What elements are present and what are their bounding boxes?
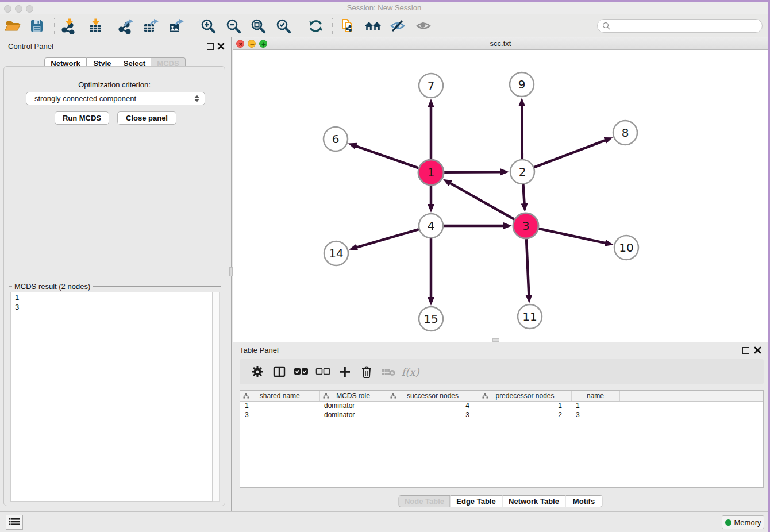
vertical-splitter[interactable]: [229, 37, 233, 511]
node-table[interactable]: shared nameMCDS rolesuccessor nodesprede…: [240, 390, 764, 488]
close-panel-icon[interactable]: [754, 346, 761, 354]
column-header-successor-nodes[interactable]: successor nodes: [387, 391, 479, 401]
graph-edge-2-9[interactable]: [522, 106, 522, 159]
graph-edge-1-2[interactable]: [444, 172, 501, 172]
hide-selected-button[interactable]: [388, 16, 407, 36]
table-row[interactable]: 1dominator411: [240, 401, 763, 410]
delete-column-button[interactable]: [356, 362, 378, 381]
column-header-shared-name[interactable]: shared name: [240, 391, 319, 401]
table-tab-node-table[interactable]: Node Table: [399, 495, 451, 507]
graph-edge-3-10[interactable]: [538, 229, 605, 243]
column-header-label: shared name: [260, 392, 300, 400]
clone-network-button[interactable]: [338, 16, 357, 36]
table-cell[interactable]: 2: [479, 410, 571, 419]
toolbar-separator: [301, 18, 301, 34]
table-cell[interactable]: 3: [240, 410, 319, 419]
run-mcds-button[interactable]: Run MCDS: [55, 111, 109, 125]
column-header-predecessor-nodes[interactable]: predecessor nodes: [479, 391, 571, 401]
export-network-button[interactable]: [116, 16, 135, 36]
column-header-filler: [619, 391, 763, 401]
graph-edge-3-1[interactable]: [450, 183, 514, 219]
create-column-button[interactable]: [334, 362, 356, 381]
gear-icon: [251, 365, 264, 378]
close-panel-icon[interactable]: [217, 43, 225, 50]
refresh-layout-button[interactable]: [306, 16, 326, 36]
export-table-button[interactable]: [141, 16, 160, 36]
criterion-dropdown[interactable]: strongly connected component: [26, 92, 205, 105]
table-tab-network-table[interactable]: Network Table: [503, 495, 566, 507]
graph-node-14[interactable]: 14: [324, 241, 348, 265]
table-cell[interactable]: 1: [479, 401, 571, 410]
table-cell[interactable]: 3: [571, 410, 619, 419]
deselect-all-button[interactable]: [312, 362, 334, 381]
network-canvas[interactable]: 1234678910111415: [233, 50, 768, 342]
column-header-name[interactable]: name: [571, 391, 619, 401]
graph-edge-4-14[interactable]: [357, 229, 419, 248]
memory-button[interactable]: Memory: [722, 515, 764, 529]
column-header-MCDS-role[interactable]: MCDS role: [319, 391, 387, 401]
graph-node-7[interactable]: 7: [419, 74, 443, 98]
table-cell[interactable]: 1: [571, 401, 619, 410]
hierarchy-icon: [390, 393, 396, 399]
table-cell[interactable]: 3: [387, 410, 479, 419]
export-table-icon: [143, 18, 159, 34]
graph-node-9[interactable]: 9: [510, 72, 534, 97]
graph-node-10[interactable]: 10: [614, 236, 638, 260]
import-table-button[interactable]: [86, 16, 105, 36]
graph-edge-1-6[interactable]: [356, 146, 418, 168]
function-builder-button[interactable]: f(x): [399, 362, 421, 381]
close-panel-button[interactable]: Close panel: [117, 111, 176, 125]
graph-edge-2-3[interactable]: [523, 184, 524, 204]
select-all-button[interactable]: [290, 362, 312, 381]
network-title: scc.txt: [233, 39, 768, 48]
graph-edge-3-11[interactable]: [526, 239, 529, 295]
delete-table-icon: [381, 367, 396, 377]
delete-table-button[interactable]: [378, 362, 399, 381]
table-tab-edge-table[interactable]: Edge Table: [451, 495, 503, 507]
graph-node-3[interactable]: 3: [513, 213, 538, 238]
table-tab-motifs[interactable]: Motifs: [566, 495, 603, 507]
graph-edge-2-8[interactable]: [534, 140, 606, 167]
mcds-panel: Optimization criterion: strongly connect…: [3, 66, 225, 506]
table-cell[interactable]: 1: [240, 401, 319, 410]
table-toolbar: f(x): [240, 359, 764, 384]
zoom-fit-button[interactable]: [248, 16, 268, 36]
node-label: 9: [518, 78, 526, 91]
result-scrollbar[interactable]: [213, 292, 220, 502]
node-label: 11: [522, 310, 537, 323]
main-toolbar: [0, 14, 768, 37]
float-panel-icon[interactable]: [742, 347, 749, 354]
save-session-button[interactable]: [27, 16, 47, 36]
refresh-icon: [308, 18, 324, 34]
graph-node-8[interactable]: 8: [613, 121, 637, 145]
zoom-in-button[interactable]: [198, 16, 218, 36]
graph-node-1[interactable]: 1: [418, 160, 444, 185]
column-settings-button[interactable]: [247, 362, 268, 381]
node-label: 2: [519, 165, 526, 179]
task-history-button[interactable]: [6, 515, 23, 530]
graph-node-4[interactable]: 4: [419, 214, 443, 238]
graph-node-11[interactable]: 11: [518, 304, 542, 329]
dropdown-chevrons-icon: [194, 95, 199, 102]
export-image-button[interactable]: [166, 16, 186, 36]
search-input[interactable]: [613, 20, 757, 32]
show-all-button[interactable]: [414, 16, 433, 36]
table-cell[interactable]: 4: [387, 401, 479, 410]
table-panel-header: Table Panel: [233, 342, 768, 357]
show-columns-button[interactable]: [268, 362, 290, 381]
open-folder-icon: [5, 18, 21, 33]
table-cell[interactable]: dominator: [319, 401, 387, 410]
graph-node-15[interactable]: 15: [419, 307, 443, 331]
graph-node-6[interactable]: 6: [324, 127, 348, 151]
zoom-selected-button[interactable]: [274, 16, 293, 36]
graph-node-2[interactable]: 2: [510, 160, 534, 184]
import-network-button[interactable]: [58, 16, 78, 36]
toolbar-separator: [111, 18, 111, 34]
first-neighbors-button[interactable]: [363, 16, 383, 36]
zoom-out-button[interactable]: [224, 16, 243, 36]
mcds-result-list[interactable]: 13: [10, 292, 213, 502]
table-cell[interactable]: dominator: [319, 410, 387, 419]
open-file-button[interactable]: [3, 16, 22, 36]
float-panel-icon[interactable]: [207, 43, 214, 50]
table-row[interactable]: 3dominator323: [240, 410, 763, 419]
